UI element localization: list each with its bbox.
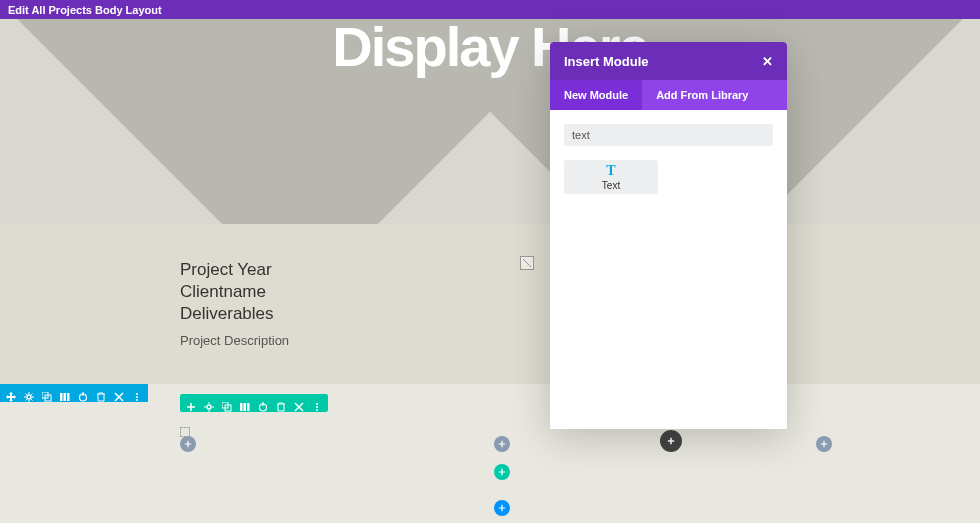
module-label: Text (602, 180, 620, 191)
modal-tabs: New Module Add From Library (550, 80, 787, 110)
hero-section: Display Here (0, 19, 980, 224)
insert-module-modal: Insert Module ✕ New Module Add From Libr… (550, 42, 787, 429)
power-icon[interactable] (78, 388, 88, 398)
svg-point-0 (27, 395, 31, 399)
svg-point-21 (316, 409, 318, 411)
svg-rect-18 (262, 402, 263, 406)
columns-icon[interactable] (60, 388, 70, 398)
modal-title: Insert Module (564, 54, 649, 69)
svg-point-10 (136, 399, 138, 401)
top-bar-title: Edit All Projects Body Layout (8, 4, 162, 16)
svg-rect-7 (82, 392, 83, 396)
svg-rect-14 (240, 403, 243, 411)
module-grid: T Text (564, 160, 773, 194)
module-text[interactable]: T Text (564, 160, 658, 194)
svg-point-20 (316, 406, 318, 408)
svg-point-19 (316, 403, 318, 405)
gear-icon[interactable] (204, 398, 214, 408)
close-icon[interactable]: ✕ (762, 54, 773, 69)
dots-vertical-icon[interactable] (312, 398, 322, 408)
add-module-button[interactable] (494, 436, 510, 452)
svg-point-11 (207, 405, 211, 409)
row-toolbar[interactable] (180, 394, 328, 412)
svg-point-9 (136, 396, 138, 398)
power-icon[interactable] (258, 398, 268, 408)
add-module-button[interactable] (816, 436, 832, 452)
trash-icon[interactable] (96, 388, 106, 398)
modal-header: Insert Module ✕ (550, 42, 787, 80)
close-icon[interactable] (294, 398, 304, 408)
svg-rect-16 (247, 403, 250, 411)
tab-new-module[interactable]: New Module (550, 80, 642, 110)
gear-icon[interactable] (24, 388, 34, 398)
modal-body: T Text (550, 110, 787, 429)
duplicate-icon[interactable] (42, 388, 52, 398)
add-row-button[interactable] (494, 464, 510, 480)
add-section-button[interactable] (494, 500, 510, 516)
svg-rect-15 (244, 403, 247, 411)
broken-image-icon (520, 256, 534, 270)
columns-icon[interactable] (240, 398, 250, 408)
add-module-button[interactable] (180, 436, 196, 452)
search-input[interactable] (564, 124, 773, 146)
top-bar: Edit All Projects Body Layout (0, 0, 980, 19)
svg-point-8 (136, 393, 138, 395)
add-module-button-active[interactable] (660, 430, 682, 452)
tab-add-from-library[interactable]: Add From Library (642, 80, 762, 110)
footer-area (0, 384, 980, 523)
dots-vertical-icon[interactable] (132, 388, 142, 398)
trash-icon[interactable] (276, 398, 286, 408)
text-icon: T (606, 163, 615, 179)
svg-rect-4 (64, 393, 67, 401)
section-toolbar[interactable] (0, 384, 148, 402)
plus-icon[interactable] (186, 398, 196, 408)
move-icon[interactable] (6, 388, 16, 398)
close-icon[interactable] (114, 388, 124, 398)
duplicate-icon[interactable] (222, 398, 232, 408)
svg-rect-3 (60, 393, 63, 401)
svg-rect-5 (67, 393, 70, 401)
content-section: Project Year Clientname Deliverables Pro… (0, 224, 980, 384)
